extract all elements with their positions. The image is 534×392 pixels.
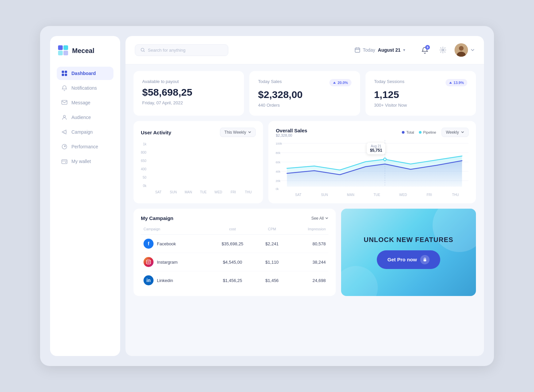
chevron-down-icon-3 (325, 217, 328, 220)
app-wrapper: Meceal Dashboard Notifications Mess (40, 26, 494, 366)
svg-rect-6 (62, 74, 64, 76)
legend-dot-pipeline (419, 131, 422, 134)
stat-sub-sessions: 300+ Visitor Now (374, 103, 467, 108)
legend-dot-total (402, 131, 405, 134)
svg-point-33 (148, 261, 150, 263)
impression-instagram: 38,244 (288, 253, 328, 271)
svg-point-15 (442, 49, 444, 51)
cpm-facebook: $2,241 (256, 235, 288, 253)
sidebar-item-audience[interactable]: Audience (57, 111, 113, 124)
sidebar-item-performance[interactable]: Performance (57, 140, 113, 153)
cost-instagram: $4,545,00 (209, 253, 256, 271)
avatar-chevron-icon (471, 48, 475, 52)
overall-sales-title: Overall Sales (276, 128, 307, 133)
stat-badge-sales: 20.0% (329, 79, 351, 86)
audience-icon (61, 114, 67, 120)
sidebar-item-mywallet[interactable]: My wallet (57, 155, 113, 168)
svg-text:60k: 60k (276, 161, 281, 164)
sidebar-item-dashboard[interactable]: Dashboard (57, 67, 113, 80)
stat-card-payout: Available to payout $58,698,25 Friday, 0… (134, 71, 244, 116)
header-actions: 9 (419, 43, 475, 57)
platform-cell-instagram: Instargram (144, 257, 206, 267)
svg-rect-11 (62, 160, 67, 164)
stat-badge-value-sales: 20.0% (337, 81, 348, 85)
user-avatar-area[interactable] (455, 43, 475, 57)
dashboard-icon (61, 70, 67, 76)
impression-linkedin: 24,698 (288, 271, 328, 290)
stat-title-sales: Today Sales (258, 79, 282, 84)
sidebar-item-notifications[interactable]: Notifications (57, 81, 113, 95)
see-all-button[interactable]: See All (311, 216, 328, 221)
logo-area: Meceal (57, 45, 113, 56)
stats-row: Available to payout $58,698,25 Friday, 0… (134, 71, 476, 116)
annotation-date: Aug 21 (371, 144, 381, 148)
legend-label-total: Total (406, 130, 414, 134)
get-pro-label: Get Pro now (387, 257, 417, 262)
line-chart-container: 100k 80k 60k 40k 20k 0k (276, 140, 469, 192)
legend-pipeline: Pipeline (419, 130, 436, 134)
table-row: in Linkedin $1,456,25 $1,456 24,698 (141, 271, 328, 290)
svg-text:40k: 40k (276, 170, 281, 173)
stat-value-sessions: 1,125 (374, 89, 467, 100)
legend-total: Total (402, 130, 414, 134)
user-activity-dropdown-label: This Weekly (224, 130, 246, 135)
sidebar-label-dashboard: Dashboard (71, 71, 96, 76)
svg-text:0k: 0k (276, 187, 279, 191)
svg-rect-32 (147, 260, 151, 264)
campaign-header: My Campaign See All (141, 215, 328, 221)
header: Search for anything Today August 21 ▾ (125, 36, 484, 64)
pro-card: UNLOCK NEW FEATURES Get Pro now (341, 209, 476, 296)
svg-point-17 (459, 46, 464, 51)
campaign-icon (61, 129, 67, 135)
search-bar[interactable]: Search for anything (135, 44, 228, 56)
settings-button[interactable] (437, 44, 449, 56)
svg-text:20k: 20k (276, 179, 281, 183)
svg-rect-14 (355, 48, 360, 52)
gear-icon (439, 46, 447, 54)
svg-point-9 (63, 115, 65, 117)
stat-value-sales: $2,328,00 (258, 89, 351, 100)
bar-chart: 1k 800 650 400 50 0k (141, 142, 256, 194)
svg-text:100k: 100k (276, 142, 282, 145)
sidebar-item-campaign[interactable]: Campaign (57, 125, 113, 139)
arrow-up-icon-sessions (449, 81, 452, 84)
wallet-icon (61, 158, 67, 164)
svg-rect-7 (65, 74, 67, 76)
date-pill[interactable]: Today August 21 ▾ (355, 47, 405, 53)
line-chart-legend: Total Pipeline (402, 130, 436, 134)
bar-groups (149, 142, 256, 188)
notification-button[interactable]: 9 (419, 44, 431, 56)
stat-sub-payout: Friday, 07 April, 2022 (142, 100, 235, 105)
impression-facebook: 80,578 (288, 235, 328, 253)
stat-sub-sales: 440 Orders (258, 103, 351, 108)
platform-name-instagram: Instargram (157, 260, 178, 265)
notification-badge: 9 (425, 45, 430, 50)
get-pro-button[interactable]: Get Pro now (377, 250, 440, 269)
svg-rect-0 (58, 45, 63, 50)
see-all-label: See All (311, 216, 324, 221)
date-value: August 21 (378, 47, 400, 53)
overall-sales-subtitle: $2,328,00 (276, 133, 307, 137)
search-placeholder: Search for anything (148, 48, 186, 53)
svg-rect-2 (58, 51, 63, 55)
svg-rect-8 (62, 100, 67, 104)
user-activity-title: User Activity (141, 130, 171, 135)
user-activity-dropdown[interactable]: This Weekly (220, 128, 256, 137)
user-avatar (455, 43, 468, 57)
overall-sales-dropdown[interactable]: Weekly (442, 128, 469, 137)
platform-name-linkedin: Linkedin (157, 278, 173, 283)
sidebar-label-audience: Audience (71, 115, 91, 120)
bell-icon (61, 85, 67, 91)
stat-title-payout: Available to payout (142, 79, 179, 84)
app-name: Meceal (72, 47, 94, 55)
stat-card-sessions: Today Sessions 13.9% 1,125 300+ Visitor … (365, 71, 476, 116)
svg-rect-35 (424, 259, 426, 261)
svg-rect-3 (63, 51, 68, 55)
line-chart-x-labels: SAT SUN MAN TUE WED FRI THU (276, 192, 469, 197)
sidebar-item-message[interactable]: Message (57, 96, 113, 109)
campaign-title: My Campaign (141, 215, 174, 221)
arrow-up-icon-sales (333, 81, 336, 84)
svg-rect-1 (63, 45, 68, 50)
cost-facebook: $35,698,25 (209, 235, 256, 253)
table-row: Instargram $4,545,00 $1,110 38,244 (141, 253, 328, 271)
